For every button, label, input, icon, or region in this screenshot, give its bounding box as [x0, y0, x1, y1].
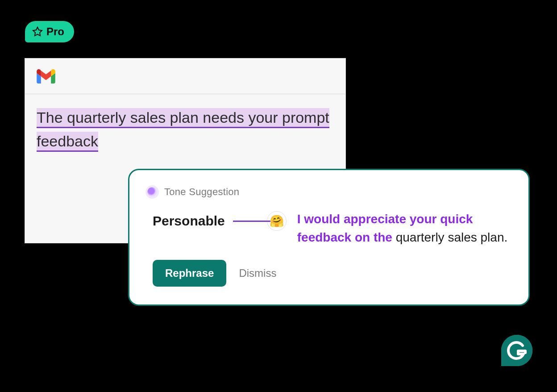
email-header — [25, 58, 345, 94]
rephrase-button[interactable]: Rephrase — [153, 260, 226, 287]
tone-indicator: Personable 🤗 — [153, 210, 287, 231]
tone-suggestion-card: Tone Suggestion Personable 🤗 I would app… — [128, 169, 530, 306]
rewrite-rest: quarterly sales plan. — [392, 230, 507, 244]
connector-line — [233, 221, 270, 222]
pro-badge: Pro — [25, 21, 74, 42]
card-content: Personable 🤗 I would appreciate your qui… — [147, 210, 511, 246]
rewrite-text: I would appreciate your quick feedback o… — [297, 210, 511, 246]
star-icon — [32, 26, 43, 37]
svg-marker-0 — [33, 27, 42, 36]
dismiss-button[interactable]: Dismiss — [239, 267, 276, 279]
email-highlighted-text[interactable]: The quarterly sales plan needs your prom… — [37, 108, 329, 152]
card-title: Tone Suggestion — [164, 186, 239, 198]
gmail-icon — [37, 69, 55, 83]
card-header: Tone Suggestion — [147, 186, 511, 198]
tone-label: Personable — [153, 213, 225, 229]
tone-icon — [147, 187, 157, 197]
email-body[interactable]: The quarterly sales plan needs your prom… — [25, 94, 345, 153]
grammarly-icon[interactable] — [501, 335, 532, 366]
card-actions: Rephrase Dismiss — [147, 260, 511, 287]
pro-badge-label: Pro — [46, 25, 64, 38]
